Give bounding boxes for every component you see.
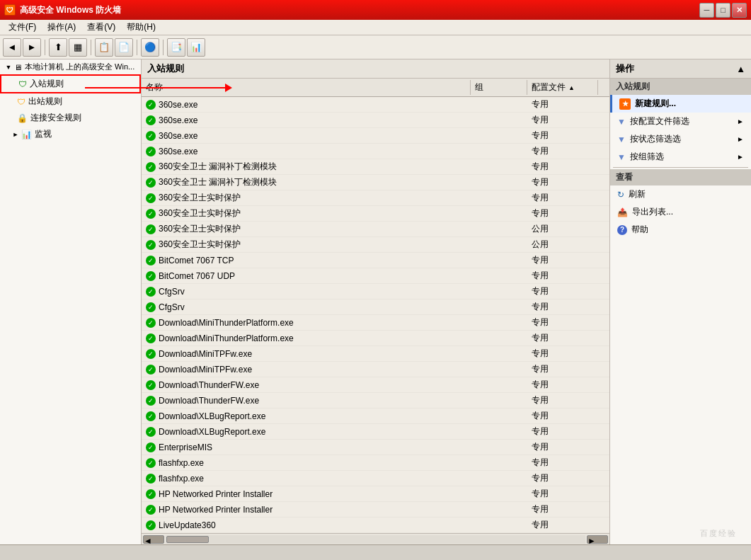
enabled-icon: ✓ xyxy=(146,193,156,203)
table-row[interactable]: ✓ Download\ThunderFW.exe 专用 xyxy=(142,393,609,408)
table-row[interactable]: ✓ BitComet 7067 UDP 专用 xyxy=(142,268,609,284)
action-help[interactable]: ? 帮助 xyxy=(610,221,751,239)
minimize-button[interactable]: ─ xyxy=(699,3,714,18)
table-row[interactable]: ✓ Download\MiniTPFw.exe 专用 xyxy=(142,362,609,377)
enabled-icon: ✓ xyxy=(146,287,156,297)
table-row[interactable]: ✓ 360安全卫士实时保护 专用 xyxy=(142,206,609,222)
col-group[interactable]: 组 xyxy=(471,80,527,95)
toolbar-separator-1 xyxy=(45,40,45,55)
table-row[interactable]: ✓ BitComet 7067 TCP 专用 xyxy=(142,253,609,268)
action-export[interactable]: 📤 导出列表... xyxy=(610,203,751,221)
toolbar-separator-2 xyxy=(91,40,91,55)
scroll-track[interactable] xyxy=(166,535,585,544)
table-body[interactable]: ✓ 360se.exe 专用 ✓ 360se.exe 专用 ✓ 360se.ex… xyxy=(142,97,609,533)
action-refresh[interactable]: ↻ 刷新 xyxy=(610,185,751,203)
left-panel: ▼ 🖥 本地计算机 上的高级安全 Win... 🛡 入站规则 🛡 出站规则 🔒 xyxy=(0,59,142,544)
scroll-left[interactable]: ◄ xyxy=(143,535,164,544)
annotation-arrow xyxy=(85,87,227,88)
scroll-right[interactable]: ► xyxy=(587,535,608,544)
action-filter-profile[interactable]: ▼ 按配置文件筛选 ► xyxy=(610,113,751,130)
action-filter-group[interactable]: ▼ 按组筛选 ► xyxy=(610,148,751,166)
actions-section2-title: 查看 xyxy=(610,169,751,185)
tree-root-item[interactable]: ▼ 🖥 本地计算机 上的高级安全 Win... xyxy=(0,59,141,74)
back-button[interactable]: ◄ xyxy=(3,38,21,57)
scroll-thumb[interactable] xyxy=(166,536,209,543)
table-row[interactable]: ✓ 360se.exe 专用 xyxy=(142,144,609,159)
table-row[interactable]: ✓ CfgSrv 专用 xyxy=(142,299,609,315)
main-layout: ▼ 🖥 本地计算机 上的高级安全 Win... 🛡 入站规则 🛡 出站规则 🔒 xyxy=(0,59,751,544)
table-row[interactable]: ✓ Download\ThunderFW.exe 专用 xyxy=(142,377,609,393)
enabled-icon: ✓ xyxy=(146,224,156,234)
menu-action[interactable]: 操作(A) xyxy=(42,20,81,35)
table-row[interactable]: ✓ Download\XLBugReport.exe 专用 xyxy=(142,424,609,440)
enabled-icon: ✓ xyxy=(146,271,156,281)
button-5[interactable]: 📄 xyxy=(115,38,133,57)
enabled-icon: ✓ xyxy=(146,100,156,110)
app-icon: 🛡 xyxy=(4,4,16,16)
table-row[interactable]: ✓ Download\MiniThunderPlatform.exe 专用 xyxy=(142,331,609,346)
col-extra xyxy=(598,80,609,95)
enabled-icon: ✓ xyxy=(146,505,156,515)
table-row[interactable]: ✓ 360se.exe 专用 xyxy=(142,97,609,113)
enabled-icon: ✓ xyxy=(146,365,156,375)
enabled-icon: ✓ xyxy=(146,256,156,265)
button-4[interactable]: 📋 xyxy=(95,38,113,57)
table-row[interactable]: ✓ flashfxp.exe 专用 xyxy=(142,455,609,471)
table-row[interactable]: ✓ 360安全卫士实时保护 公用 xyxy=(142,237,609,253)
sidebar-item-connection[interactable]: 🔒 连接安全规则 xyxy=(0,110,141,126)
table-row[interactable]: ✓ Download\XLBugReport.exe 专用 xyxy=(142,408,609,424)
horizontal-scrollbar[interactable]: ◄ ► xyxy=(142,533,609,544)
enabled-icon: ✓ xyxy=(146,520,156,530)
export-icon: 📤 xyxy=(617,207,628,217)
sidebar-item-outbound[interactable]: 🛡 出站规则 xyxy=(0,93,141,110)
close-button[interactable]: ✕ xyxy=(732,3,747,18)
sidebar-item-inbound[interactable]: 🛡 入站规则 xyxy=(0,74,141,93)
action-filter-state[interactable]: ▼ 按状态筛选选 ► xyxy=(610,130,751,148)
table-row[interactable]: ✓ Download\MiniTPFw.exe 专用 xyxy=(142,346,609,362)
toolbar-separator-4 xyxy=(163,40,164,55)
enabled-icon: ✓ xyxy=(146,240,156,250)
table-row[interactable]: ✓ flashfxp.exe 专用 xyxy=(142,471,609,486)
table-row[interactable]: ✓ EnterpriseMIS 专用 xyxy=(142,440,609,455)
button-8[interactable]: 📊 xyxy=(187,38,205,57)
action-new-rule[interactable]: ★ 新建规则... xyxy=(610,95,751,113)
button-7[interactable]: 📑 xyxy=(167,38,185,57)
table-row[interactable]: ✓ HP Networked Printer Installer 专用 xyxy=(142,502,609,518)
up-button[interactable]: ⬆ xyxy=(49,38,67,57)
content-header: 入站规则 xyxy=(142,59,609,79)
forward-button[interactable]: ► xyxy=(23,38,41,57)
enabled-icon: ✓ xyxy=(146,489,156,499)
sidebar-item-monitor[interactable]: ► 📊 监视 xyxy=(0,126,141,142)
table-row[interactable]: ✓ 360安全卫士实时保护 专用 xyxy=(142,190,609,206)
right-panel: 操作 ▲ 入站规则 ★ 新建规则... ▼ 按配置文件筛选 ► ▼ 按状态筛选选… xyxy=(609,59,751,544)
filter-group-icon: ▼ xyxy=(617,152,626,162)
table-row[interactable]: ✓ 360安全卫士实时保护 公用 xyxy=(142,222,609,237)
table-row[interactable]: ✓ 360安全卫士 漏洞补丁检测模块 专用 xyxy=(142,159,609,175)
table-row[interactable]: ✓ Download\MiniThunderPlatform.exe 专用 xyxy=(142,315,609,331)
table-row[interactable]: ✓ 360安全卫士 漏洞补丁检测模块 专用 xyxy=(142,175,609,190)
window-controls: ─ □ ✕ xyxy=(699,3,747,18)
enabled-icon: ✓ xyxy=(146,318,156,328)
show-hide-button[interactable]: ▦ xyxy=(69,38,87,57)
actions-collapse[interactable]: ▲ xyxy=(736,64,745,74)
menu-view[interactable]: 查看(V) xyxy=(81,20,121,35)
menu-help[interactable]: 帮助(H) xyxy=(121,20,161,35)
table-row[interactable]: ✓ CfgSrv 专用 xyxy=(142,284,609,299)
table-row[interactable]: ✓ 360se.exe 专用 xyxy=(142,113,609,128)
menu-file[interactable]: 文件(F) xyxy=(3,20,42,35)
table-row[interactable]: ✓ LiveUpdate360 专用 xyxy=(142,518,609,533)
enabled-icon: ✓ xyxy=(146,411,156,421)
watermark: 百度经验 xyxy=(700,528,737,539)
enabled-icon: ✓ xyxy=(146,147,156,156)
table-row[interactable]: ✓ HP Networked Printer Installer 专用 xyxy=(142,486,609,502)
maximize-button[interactable]: □ xyxy=(716,3,730,18)
table-row[interactable]: ✓ 360se.exe 专用 xyxy=(142,128,609,144)
enabled-icon: ✓ xyxy=(146,115,156,125)
toolbar: ◄ ► ⬆ ▦ 📋 📄 🔵 📑 📊 xyxy=(0,35,751,59)
col-profile[interactable]: 配置文件 ▲ xyxy=(527,80,598,95)
filter-group-arrow: ► xyxy=(737,153,744,161)
actions-separator-1 xyxy=(613,167,748,168)
filter-state-arrow: ► xyxy=(737,135,744,143)
button-6[interactable]: 🔵 xyxy=(141,38,159,57)
enabled-icon: ✓ xyxy=(146,131,156,141)
